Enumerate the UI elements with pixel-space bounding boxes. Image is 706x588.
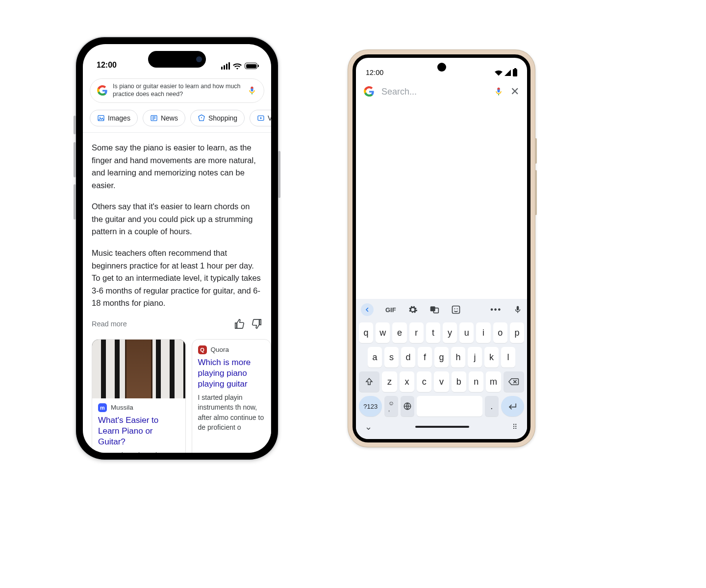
- answer-p2: Others say that it's easier to learn cho…: [92, 200, 262, 238]
- answer-block: Some say the piano is easier to learn, a…: [83, 133, 271, 310]
- translate-icon[interactable]: [429, 305, 439, 315]
- backspace-icon: [508, 377, 519, 386]
- mic-icon[interactable]: [247, 86, 257, 96]
- ios-clock: 12:00: [97, 61, 117, 70]
- key-o[interactable]: o: [493, 322, 507, 343]
- card-snippet: I started playin instruments th now, aft…: [192, 392, 271, 437]
- search-bar[interactable]: Search... ✕: [364, 85, 519, 98]
- close-icon[interactable]: ✕: [510, 85, 519, 98]
- key-m[interactable]: m: [486, 371, 501, 392]
- key-u[interactable]: u: [459, 322, 474, 343]
- key-e[interactable]: e: [392, 322, 406, 343]
- cell-signal-icon: [504, 70, 511, 76]
- search-query-text: Is piano or guitar easier to learn and h…: [113, 83, 242, 98]
- key-q[interactable]: q: [359, 322, 373, 343]
- enter-key[interactable]: [501, 396, 524, 416]
- battery-icon: [513, 69, 517, 76]
- period-key[interactable]: .: [485, 396, 499, 416]
- card-title[interactable]: What's Easier to Learn Piano or Guitar?: [92, 413, 185, 450]
- emoji-key[interactable]: ☺,: [384, 396, 398, 416]
- search-bar[interactable]: Is piano or guitar easier to learn and h…: [90, 78, 264, 103]
- result-card-quora[interactable]: QQuora Which is more playing piano playi…: [192, 339, 271, 453]
- key-b[interactable]: b: [452, 371, 466, 392]
- key-t[interactable]: t: [426, 322, 440, 343]
- home-handle[interactable]: [415, 426, 469, 428]
- key-w[interactable]: w: [376, 322, 390, 343]
- more-icon[interactable]: •••: [490, 305, 502, 314]
- key-v[interactable]: v: [434, 371, 449, 392]
- key-z[interactable]: z: [382, 371, 397, 392]
- iphone-volume-up: [74, 142, 76, 177]
- chevron-left-icon[interactable]: [361, 303, 374, 316]
- space-key[interactable]: [417, 396, 482, 416]
- iphone-power-button: [278, 151, 280, 198]
- chip-images[interactable]: Images: [90, 110, 138, 126]
- iphone-volume-down: [74, 184, 76, 220]
- chip-shopping[interactable]: Shopping: [190, 110, 245, 126]
- shift-key[interactable]: [359, 371, 379, 392]
- card-title[interactable]: Which is more playing piano playing guit…: [192, 355, 271, 392]
- images-icon: [97, 114, 105, 122]
- google-logo-icon: [364, 85, 375, 98]
- gboard: GIF ••• q w e r t y: [356, 299, 527, 439]
- key-n[interactable]: n: [469, 371, 483, 392]
- symbols-key[interactable]: ?123: [359, 396, 382, 416]
- android-power-button: [535, 138, 537, 164]
- globe-icon: [403, 402, 412, 411]
- favicon-mussila: m: [98, 403, 107, 412]
- dynamic-island: [148, 51, 206, 68]
- battery-icon: [245, 63, 257, 69]
- key-d[interactable]: d: [401, 347, 415, 368]
- key-k[interactable]: k: [484, 347, 499, 368]
- google-logo-icon: [97, 85, 108, 96]
- key-f[interactable]: f: [418, 347, 432, 368]
- thumbs-up-icon[interactable]: [234, 318, 245, 329]
- kb-toolbar: GIF •••: [356, 299, 527, 320]
- favicon-quora: Q: [198, 345, 207, 354]
- mic-icon[interactable]: [513, 305, 522, 314]
- kb-row-2: a s d f g h j k l: [356, 345, 527, 369]
- keyboard-collapse-icon[interactable]: ⌄: [365, 421, 372, 432]
- key-r[interactable]: r: [409, 322, 424, 343]
- android-screen: 12:00 Search... ✕: [353, 54, 530, 442]
- answer-p3: Music teachers often recommend that begi…: [92, 247, 262, 310]
- svg-point-9: [456, 308, 457, 309]
- key-p[interactable]: p: [510, 322, 524, 343]
- android-frame: 12:00 Search... ✕: [348, 50, 535, 447]
- keyboard-grid-icon[interactable]: ⠿: [512, 423, 518, 431]
- wifi-icon: [233, 63, 242, 70]
- kb-row-4: ?123 ☺, .: [356, 394, 527, 418]
- key-y[interactable]: y: [443, 322, 457, 343]
- front-camera: [437, 63, 446, 72]
- android-nav-bar: ⌄ ⠿: [356, 418, 527, 435]
- card-thumbnail: [92, 340, 185, 398]
- search-placeholder: Search...: [381, 87, 487, 97]
- news-icon: [150, 114, 158, 122]
- kb-row-3: z x c v b n m: [356, 369, 527, 394]
- result-cards: mMussila What's Easier to Learn Piano or…: [83, 333, 271, 453]
- svg-rect-7: [452, 306, 459, 314]
- key-c[interactable]: c: [417, 371, 431, 392]
- key-i[interactable]: i: [476, 322, 490, 343]
- chip-news[interactable]: News: [143, 110, 185, 126]
- enter-icon: [507, 402, 517, 410]
- gear-icon[interactable]: [408, 305, 418, 315]
- key-a[interactable]: a: [368, 347, 382, 368]
- language-key[interactable]: [401, 396, 414, 416]
- read-more-link[interactable]: Read more: [92, 320, 127, 328]
- mic-icon[interactable]: [494, 87, 504, 97]
- chip-videos[interactable]: Vide: [250, 110, 271, 126]
- key-l[interactable]: l: [501, 347, 515, 368]
- key-j[interactable]: j: [468, 347, 482, 368]
- key-x[interactable]: x: [400, 371, 414, 392]
- thumbs-down-icon[interactable]: [252, 318, 262, 329]
- key-s[interactable]: s: [384, 347, 399, 368]
- key-h[interactable]: h: [451, 347, 465, 368]
- result-card-mussila[interactable]: mMussila What's Easier to Learn Piano or…: [92, 339, 186, 453]
- backspace-key[interactable]: [504, 371, 524, 392]
- key-g[interactable]: g: [434, 347, 449, 368]
- gif-button[interactable]: GIF: [385, 306, 396, 314]
- card-snippet: It's much easier to learn a song for the…: [92, 450, 185, 453]
- svg-point-3: [201, 117, 202, 118]
- sticker-icon[interactable]: [451, 305, 461, 315]
